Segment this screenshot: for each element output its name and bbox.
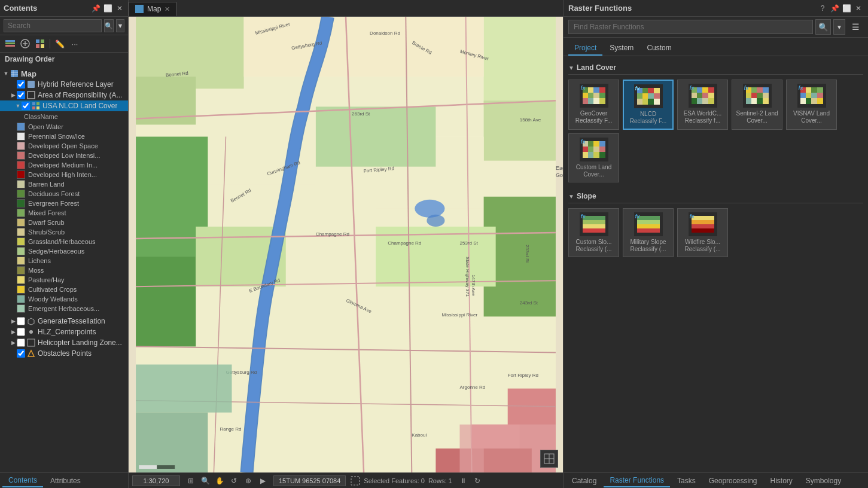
tab-attributes[interactable]: Attributes bbox=[44, 475, 87, 487]
rf-card-custom-slope[interactable]: fx Custom Slo... Reclassify (... bbox=[568, 208, 619, 257]
tree-check-obstacles[interactable] bbox=[17, 349, 25, 358]
bottom-right-icons: ⏸ ↻ bbox=[457, 475, 483, 487]
svg-rect-150 bbox=[583, 147, 588, 152]
tab-symbology[interactable]: Symbology bbox=[800, 475, 847, 487]
rf-card-nlcd[interactable]: fx bbox=[623, 80, 674, 130]
legend-color-deciduous bbox=[17, 190, 25, 198]
tree-check-hlz[interactable] bbox=[17, 328, 25, 336]
layer-view-icon[interactable] bbox=[4, 37, 17, 50]
tab-tasks[interactable]: Tasks bbox=[671, 475, 702, 487]
rf-section-slope: ▼ Slope fx bbox=[568, 190, 863, 257]
rf-card-sentinel[interactable]: fx bbox=[732, 80, 782, 130]
tree-item-heli[interactable]: ▶ Helicopter Landing Zone... bbox=[0, 337, 128, 348]
rf-card-wildfire-slope[interactable]: fx Wildfire Slo... Reclassify (... bbox=[677, 208, 728, 257]
raster-icon[interactable] bbox=[33, 37, 47, 50]
legend-color-evergreen bbox=[17, 199, 25, 208]
tree-item-gentess[interactable]: ▶ GenerateTessellation bbox=[0, 316, 128, 327]
svg-rect-92 bbox=[593, 93, 599, 98]
rf-card-custom-lc[interactable]: fx bbox=[568, 133, 619, 182]
rf-help-icon[interactable]: ? bbox=[818, 4, 827, 13]
tree-label-area: Area of Responsibility (A... bbox=[38, 91, 122, 99]
layers-icon[interactable]: ⊕ bbox=[242, 475, 254, 487]
tree-label-classname: ClassName bbox=[24, 113, 58, 120]
rf-tab-system[interactable]: System bbox=[604, 41, 639, 56]
tree-item-hybrid[interactable]: Hybrid Reference Layer bbox=[0, 79, 128, 90]
pan-icon[interactable]: ✋ bbox=[214, 475, 226, 487]
svg-rect-164 bbox=[637, 224, 660, 228]
rf-card-geocover[interactable]: fx bbox=[568, 80, 619, 130]
more-icon[interactable]: ··· bbox=[68, 37, 81, 50]
rf-section-header-slope[interactable]: ▼ Slope bbox=[568, 190, 863, 203]
rf-close-icon[interactable]: ✕ bbox=[854, 4, 863, 13]
close-icon[interactable]: ✕ bbox=[115, 4, 124, 13]
rf-float-icon[interactable]: ⬜ bbox=[842, 4, 851, 13]
float-icon[interactable]: ⬜ bbox=[103, 4, 112, 13]
tab-geoprocessing[interactable]: Geoprocessing bbox=[703, 475, 763, 487]
tab-catalog[interactable]: Catalog bbox=[566, 475, 602, 487]
rf-tab-project[interactable]: Project bbox=[568, 41, 602, 56]
rf-menu-button[interactable]: ☰ bbox=[848, 19, 863, 35]
svg-rect-119 bbox=[697, 98, 702, 104]
search-button[interactable]: 🔍 bbox=[104, 19, 114, 32]
tree-item-usa-nlcd[interactable]: ▼ USA NLCD Land Cover bbox=[0, 100, 128, 111]
rf-search-dropdown[interactable]: ▼ bbox=[833, 19, 845, 35]
pause-icon[interactable]: ⏸ bbox=[457, 475, 469, 487]
svg-rect-105 bbox=[654, 93, 660, 99]
zoom-icon[interactable]: 🔍 bbox=[199, 475, 211, 487]
refresh-icon[interactable]: ↻ bbox=[471, 475, 483, 487]
search-dropdown[interactable]: ▼ bbox=[116, 19, 124, 32]
rf-search-button[interactable]: 🔍 bbox=[815, 19, 831, 35]
legend-pasture: Pasture/Hay bbox=[0, 275, 128, 285]
rf-search-input[interactable] bbox=[568, 20, 813, 34]
svg-rect-81 bbox=[139, 465, 157, 469]
svg-rect-4 bbox=[36, 39, 39, 43]
rf-section-header-landcover[interactable]: ▼ Land Cover bbox=[568, 61, 863, 75]
tree-item-area-resp[interactable]: ▶ Area of Responsibility (A... bbox=[0, 90, 128, 100]
search-input[interactable] bbox=[4, 19, 102, 32]
obstacles-icon bbox=[26, 349, 36, 358]
legend-color-dwarf-scrub bbox=[17, 218, 25, 227]
tree-expand-gentess: ▶ bbox=[10, 318, 17, 325]
svg-rect-137 bbox=[817, 87, 823, 93]
tree-check-area[interactable] bbox=[17, 91, 25, 99]
rf-cards-landcover: fx bbox=[568, 80, 863, 182]
map-tabs: Map ✕ bbox=[129, 0, 563, 17]
raster-functions-panel: Raster Functions ? 📌 ⬜ ✕ 🔍 ▼ ☰ Project S… bbox=[563, 0, 868, 488]
tree-check-hybrid[interactable] bbox=[17, 80, 25, 89]
tree-item-obstacles[interactable]: Obstacles Points bbox=[0, 348, 128, 359]
tree-item-hlz[interactable]: ▶ HLZ_Centerpoints bbox=[0, 327, 128, 337]
tab-contents[interactable]: Contents bbox=[2, 474, 43, 487]
svg-rect-19 bbox=[136, 5, 143, 13]
tab-history[interactable]: History bbox=[764, 475, 798, 487]
svg-rect-96 bbox=[593, 98, 599, 104]
legend-color-woody-wetlands bbox=[17, 295, 25, 303]
rf-card-military-slope[interactable]: fx Military Slope Reclassify (... bbox=[623, 208, 674, 257]
rf-card-visnav[interactable]: fx bbox=[786, 80, 837, 130]
tree-check-nlcd[interactable] bbox=[22, 102, 30, 110]
tree-item-map[interactable]: ▼ Map bbox=[0, 68, 128, 79]
legend-lichens: Lichens bbox=[0, 256, 128, 266]
bookmark-icon[interactable]: ▶ bbox=[257, 475, 269, 487]
svg-rect-125 bbox=[763, 87, 769, 93]
rf-tab-custom[interactable]: Custom bbox=[641, 41, 677, 56]
scale-display[interactable]: 1:30,720 bbox=[132, 475, 180, 486]
svg-rect-149 bbox=[599, 141, 605, 147]
grid-icon[interactable]: ⊞ bbox=[185, 475, 197, 487]
map-tab-main[interactable]: Map ✕ bbox=[129, 2, 176, 16]
map-tab-close[interactable]: ✕ bbox=[165, 5, 170, 13]
tab-raster-functions[interactable]: Raster Functions bbox=[604, 474, 670, 487]
draw-icon[interactable]: ✏️ bbox=[53, 37, 66, 50]
rf-card-esa[interactable]: fx bbox=[677, 80, 728, 130]
rotate-icon[interactable]: ↺ bbox=[228, 475, 240, 487]
group-layer-icon[interactable] bbox=[19, 37, 32, 50]
rf-card-label-sentinel: Sentinel-2 Land Cover... bbox=[736, 110, 778, 124]
svg-rect-129 bbox=[763, 93, 769, 98]
rf-pin-icon[interactable]: 📌 bbox=[830, 4, 839, 13]
tree-check-heli[interactable] bbox=[17, 338, 25, 347]
pin-icon[interactable]: 📌 bbox=[91, 4, 100, 13]
contents-panel: Contents 📌 ⬜ ✕ 🔍 ▼ ✏️ ··· bbox=[0, 0, 129, 488]
map-canvas[interactable]: Gettysburg Rd Bennet Rd Mississippi Rive… bbox=[129, 17, 563, 472]
map-nav-icon[interactable] bbox=[540, 450, 558, 468]
tree-check-gentess[interactable] bbox=[17, 317, 25, 325]
svg-rect-112 bbox=[702, 87, 708, 93]
